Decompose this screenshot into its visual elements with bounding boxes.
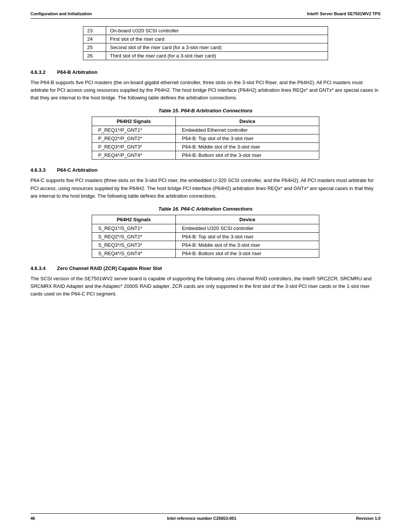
row-num: 25 <box>83 43 106 52</box>
table-row: P_REQ2*/P_GNT2*P64-B: Top slot of the 3-… <box>92 134 319 143</box>
signal: P_REQ4*/P_GNT4* <box>92 151 176 160</box>
page-footer: 46 Intel reference number C25653-001 Rev… <box>30 513 381 521</box>
table-row: 25Second slot of the riser card (for a 3… <box>83 43 328 52</box>
table15-col1-header: P64H2 Signals <box>92 117 176 126</box>
table-row: S_REQ1*/S_GNT1*Embedded U320 SCSI contro… <box>92 224 319 232</box>
table-row: S_REQ2*/S_GNT2*P64-B: Top slot of the 3-… <box>92 232 319 241</box>
table16-col1-header: P64H2 Signals <box>92 215 176 224</box>
table-row: P_REQ4*/P_GNT4*P64-B: Bottom slot of the… <box>92 151 319 160</box>
device: P64-B: Top slot of the 3-slot riser <box>176 134 319 143</box>
table-row: P_REQ3*/P_GNT3*P64-B: Middle slot of the… <box>92 143 319 151</box>
top-table: 23On-board U320 SCSI controller24First s… <box>83 26 328 60</box>
table15-caption: Table 15. P64-B Arbitration Connections <box>30 108 381 113</box>
page: Configuration and Initialization Intel® … <box>0 0 411 532</box>
row-desc: Third slot of the riser card (for a 3-sl… <box>106 52 328 60</box>
section2-body: P64-C supports five PCI masters (three s… <box>30 177 381 200</box>
signal: S_REQ1*/S_GNT1* <box>92 224 176 232</box>
table16: P64H2 Signals Device S_REQ1*/S_GNT1*Embe… <box>92 215 319 258</box>
header-left: Configuration and Initialization <box>30 11 92 16</box>
table15-col2-header: Device <box>176 117 319 126</box>
page-header: Configuration and Initialization Intel® … <box>30 11 381 19</box>
section-heading-4632: 4.6.3.2P64-B Arbitration <box>30 69 381 75</box>
signal: P_REQ2*/P_GNT2* <box>92 134 176 143</box>
device: P64-B: Middle slot of the 3-slot riser <box>176 241 319 249</box>
page-content: 23On-board U320 SCSI controller24First s… <box>30 26 381 513</box>
signal: S_REQ4*/S_GNT4* <box>92 249 176 257</box>
table-row: 24First slot of the riser card <box>83 35 328 43</box>
device: Embedded U320 SCSI controller <box>176 224 319 232</box>
device: P64-B: Top slot of the 3-slot riser <box>176 232 319 241</box>
section-heading-4633: 4.6.3.3P64-C Arbitration <box>30 167 381 173</box>
signal: S_REQ3*/S_GNT3* <box>92 241 176 249</box>
table-row: 23On-board U320 SCSI controller <box>83 27 328 35</box>
row-desc: First slot of the riser card <box>106 35 328 43</box>
signal: S_REQ2*/S_GNT2* <box>92 232 176 241</box>
footer-page-number: 46 <box>30 516 53 521</box>
table15: P64H2 Signals Device P_REQ1*/P_GNT1*Embe… <box>92 117 319 160</box>
device: P64-B: Bottom slot of the 3-slot riser <box>176 249 319 257</box>
section-heading-4634: 4.6.3.4Zero Channel RAID (ZCR) Capable R… <box>30 265 381 271</box>
signal: P_REQ1*/P_GNT1* <box>92 126 176 134</box>
device: Embedded Ethernet controller <box>176 126 319 134</box>
table-row: S_REQ4*/S_GNT4*P64-B: Bottom slot of the… <box>92 249 319 257</box>
row-num: 26 <box>83 52 106 60</box>
footer-reference: Intel reference number C25653-001 <box>53 516 350 521</box>
device: P64-B: Middle slot of the 3-slot riser <box>176 143 319 151</box>
device: P64-B: Bottom slot of the 3-slot riser <box>176 151 319 160</box>
row-num: 23 <box>83 27 106 35</box>
table-row: P_REQ1*/P_GNT1*Embedded Ethernet control… <box>92 126 319 134</box>
row-num: 24 <box>83 35 106 43</box>
row-desc: On-board U320 SCSI controller <box>106 27 328 35</box>
table16-caption: Table 16. P64-C Arbitration Connections <box>30 206 381 212</box>
header-right: Intel® Server Board SE7501WV2 TPS <box>307 11 381 16</box>
table16-col2-header: Device <box>176 215 319 224</box>
row-desc: Second slot of the riser card (for a 3-s… <box>106 43 328 52</box>
table-row: S_REQ3*/S_GNT3*P64-B: Middle slot of the… <box>92 241 319 249</box>
signal: P_REQ3*/P_GNT3* <box>92 143 176 151</box>
footer-revision: Revision 1.0 <box>350 516 381 521</box>
table-row: 26Third slot of the riser card (for a 3-… <box>83 52 328 60</box>
section3-body: The SCSI version of the SE7501WV2 server… <box>30 275 381 298</box>
section1-body: The P64-B supports five PCI masters (the… <box>30 79 381 102</box>
